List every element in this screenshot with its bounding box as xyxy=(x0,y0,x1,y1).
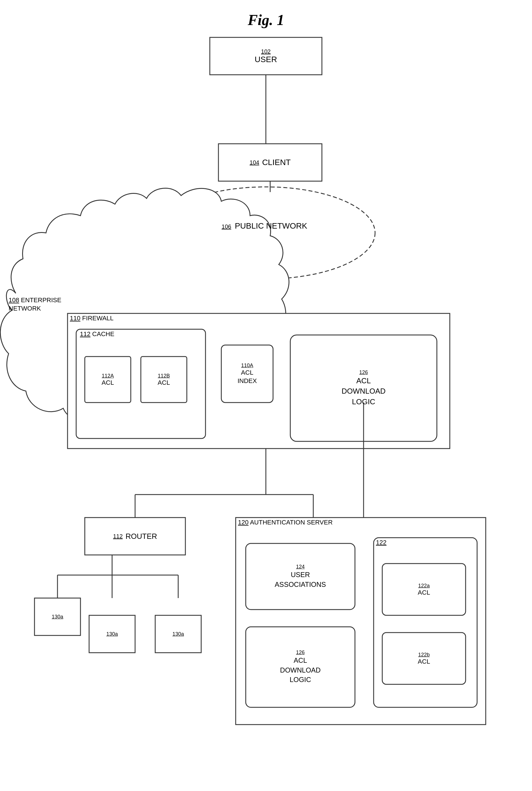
svg-rect-25 xyxy=(35,598,80,636)
acl-store-a-box: 122a ACL xyxy=(382,564,466,615)
acl-store-a-label: ACL xyxy=(418,589,430,596)
device-a-number: 130a xyxy=(52,614,63,620)
svg-rect-32 xyxy=(382,564,466,615)
figure-title: Fig. 1 xyxy=(248,12,284,29)
svg-rect-30 xyxy=(246,627,355,707)
svg-point-3 xyxy=(157,187,375,279)
acl-store-number: 122 xyxy=(376,539,386,546)
acl-dl-fw-label: ACLDOWNLOADLOGIC xyxy=(341,376,385,407)
svg-rect-12 xyxy=(221,345,273,402)
cache-acl-a-number: 112A xyxy=(102,373,114,379)
cache-text: CACHE xyxy=(92,331,114,338)
user-assoc-number: 124 xyxy=(296,564,305,570)
user-number: 102 xyxy=(261,48,270,55)
svg-rect-11 xyxy=(141,357,187,402)
svg-rect-28 xyxy=(236,517,486,724)
cache-acl-b-box: 112B ACL xyxy=(141,357,187,402)
public-network-label: 106 PUBLIC NETWORK xyxy=(155,221,374,231)
acl-store-a-number: 122a xyxy=(418,583,430,589)
svg-rect-13 xyxy=(290,335,437,441)
cache-acl-b-number: 112B xyxy=(158,373,170,379)
acl-dl-as-number: 126 xyxy=(296,649,305,656)
acl-index-number: 110A xyxy=(241,362,253,369)
cache-acl-b-label: ACL xyxy=(158,379,170,387)
enterprise-text: ENTERPRISENETWORK xyxy=(8,297,61,312)
cache-label: 112 CACHE xyxy=(78,329,117,339)
acl-dl-as-box: 126 ACLDOWNLOADLOGIC xyxy=(246,627,355,707)
device-a-box: 130a xyxy=(35,598,80,636)
firewall-number: 110 xyxy=(70,315,80,322)
auth-server-number: 120 xyxy=(238,519,249,526)
acl-store-b-label: ACL xyxy=(418,658,430,665)
cache-number: 112 xyxy=(80,331,91,338)
user-associations-box: 124 USERASSOCIATIONS xyxy=(246,543,355,609)
client-box: 104 CLIENT xyxy=(218,144,322,181)
diagram-container: Fig. 1 102 USER 104 CLIENT 106 PUBLIC NE… xyxy=(0,0,532,791)
acl-index-label: ACLINDEX xyxy=(238,369,256,385)
firewall-text: FIREWALL xyxy=(82,315,114,322)
client-label: CLIENT xyxy=(262,158,291,167)
router-number: 112 xyxy=(113,533,122,540)
svg-rect-9 xyxy=(76,329,206,438)
public-network-text: PUBLIC NETWORK xyxy=(235,221,307,230)
auth-server-text: AUTHENTICATION SERVER xyxy=(250,519,333,526)
client-number: 104 xyxy=(250,159,259,166)
user-assoc-label: USERASSOCIATIONS xyxy=(275,570,326,589)
router-label: ROUTER xyxy=(126,532,157,541)
svg-rect-10 xyxy=(85,357,131,402)
public-network-number: 106 xyxy=(222,223,231,230)
acl-store-b-box: 122b ACL xyxy=(382,633,466,684)
acl-index-box: 110A ACLINDEX xyxy=(221,345,273,402)
svg-rect-19 xyxy=(85,517,185,555)
svg-rect-31 xyxy=(374,538,477,707)
svg-rect-26 xyxy=(89,615,135,653)
device-b-number: 130a xyxy=(106,631,118,637)
svg-rect-0 xyxy=(210,37,322,75)
acl-dl-fw-number: 126 xyxy=(359,370,368,376)
device-c-number: 130a xyxy=(172,631,184,637)
enterprise-number: 108 xyxy=(8,297,19,304)
device-c-box: 130a xyxy=(155,615,201,653)
firewall-label: 110 FIREWALL xyxy=(68,314,116,323)
acl-store-b-number: 122b xyxy=(418,652,430,658)
user-box: 102 USER xyxy=(210,37,322,75)
auth-server-label: 120 AUTHENTICATION SERVER xyxy=(236,517,335,527)
enterprise-network-label: 108 ENTERPRISENETWORK xyxy=(8,296,66,313)
svg-rect-1 xyxy=(218,144,322,181)
acl-download-logic-fw-box: 126 ACLDOWNLOADLOGIC xyxy=(290,335,437,441)
cache-acl-a-box: 112A ACL xyxy=(85,357,131,402)
svg-rect-8 xyxy=(68,314,450,449)
svg-rect-29 xyxy=(246,543,355,609)
router-box: 112 ROUTER xyxy=(85,517,185,555)
acl-dl-as-label: ACLDOWNLOADLOGIC xyxy=(280,656,321,684)
cache-acl-a-label: ACL xyxy=(102,379,114,387)
svg-rect-27 xyxy=(155,615,201,653)
svg-rect-33 xyxy=(382,633,466,684)
device-b-box: 130a xyxy=(89,615,135,653)
user-label: USER xyxy=(255,55,277,64)
acl-store-label: 122 xyxy=(374,538,389,547)
